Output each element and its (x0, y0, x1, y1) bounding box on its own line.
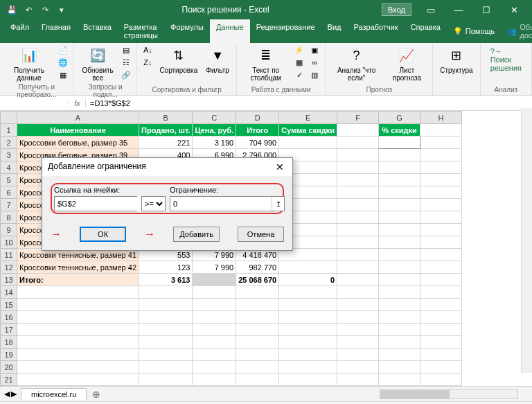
text-columns-icon: ≣ (256, 46, 276, 65)
fx-icon[interactable]: fx (69, 99, 86, 107)
col-header[interactable]: F (337, 112, 379, 124)
refresh-icon: 🔄 (88, 46, 107, 65)
col-header[interactable]: G (379, 112, 420, 124)
sort-az-icon[interactable]: A↓ (141, 44, 154, 55)
login-button[interactable]: Вход (382, 3, 411, 16)
col-header[interactable]: B (139, 112, 193, 124)
table-row: 12Кроссовки теннисные, размер 421237 990… (1, 261, 462, 274)
structure-icon: ⊞ (447, 46, 466, 65)
data-model-icon[interactable]: ▥ (308, 69, 321, 80)
select-all[interactable] (1, 112, 17, 124)
window-title: Поиск решения - Excel (69, 5, 382, 15)
from-table-icon[interactable]: ▦ (57, 69, 69, 80)
prev-sheet-icon[interactable]: ◀ (4, 389, 10, 398)
qat-more-icon[interactable]: ▾ (54, 2, 69, 17)
titlebar: 💾 ↶ ↷ ▾ Поиск решения - Excel Вход ▭ — ☐… (0, 0, 532, 19)
from-text-icon[interactable]: 📄 (57, 44, 69, 55)
col-header[interactable]: A (17, 112, 139, 124)
dialog-close-icon[interactable]: ✕ (273, 161, 287, 173)
share-icon: 👥 (507, 27, 517, 36)
close-icon[interactable]: ✕ (500, 0, 528, 19)
validation-icon[interactable]: ✓ (293, 69, 305, 80)
ribbon-tabs: Файл Главная Вставка Разметка страницы Ф… (0, 19, 532, 43)
queries-icon[interactable]: ▤ (120, 44, 132, 55)
tab-home[interactable]: Главная (35, 19, 77, 43)
filter-icon: ▼ (208, 46, 227, 65)
arrow-annotation: → (51, 228, 62, 240)
tab-layout[interactable]: Разметка страницы (118, 19, 164, 43)
structure-button[interactable]: ⊞ Структура (437, 44, 475, 76)
sheet-tabs: ◀ ▶ microexcel.ru ⊕ (0, 386, 532, 401)
col-header[interactable]: E (279, 112, 337, 124)
add-sheet-icon[interactable]: ⊕ (87, 389, 106, 400)
col-header[interactable]: H (420, 112, 462, 124)
arrow-annotation: → (144, 228, 155, 240)
tab-developer[interactable]: Разработчик (348, 19, 405, 43)
constraint-input[interactable] (170, 197, 272, 211)
table-row: 21 (1, 374, 462, 386)
edit-links-icon[interactable]: 🔗 (120, 69, 132, 80)
redo-icon[interactable]: ↷ (37, 2, 53, 17)
share-button[interactable]: 👥Общий доступ (501, 19, 532, 43)
sort-button[interactable]: ⇅ Сортировка (157, 44, 200, 76)
forecast-button[interactable]: 📈 Лист прогноза (386, 44, 429, 83)
add-button[interactable]: Добавить (173, 227, 220, 242)
text-to-columns-button[interactable]: ≣ Текст по столбцам (241, 44, 291, 83)
ribbon-options-icon[interactable]: ▭ (417, 0, 445, 19)
cancel-button[interactable]: Отмена (238, 227, 284, 242)
filter-button[interactable]: ▼ Фильтр (203, 44, 232, 76)
solver-button[interactable]: ?→ Поиск решения (485, 44, 527, 75)
tab-file[interactable]: Файл (4, 19, 35, 43)
sheet-tab[interactable]: microexcel.ru (21, 388, 87, 400)
get-data-icon: 📊 (19, 46, 39, 65)
table-row: 15 (1, 299, 462, 311)
formula-input[interactable]: =D13*$G$2 (86, 98, 532, 109)
tab-view[interactable]: Вид (321, 19, 348, 43)
get-data-button[interactable]: 📊 Получить данные (4, 44, 54, 83)
table-row: 19 (1, 349, 462, 361)
maximize-icon[interactable]: ☐ (472, 0, 500, 19)
name-box[interactable] (0, 102, 69, 105)
range-picker-icon[interactable]: ↥ (272, 197, 284, 211)
relationships-icon[interactable]: ∞ (308, 57, 321, 68)
tell-me[interactable]: 💡Помощь (447, 19, 502, 43)
consolidate-icon[interactable]: ▣ (308, 44, 321, 55)
forecast-icon: 📈 (397, 46, 416, 65)
bulb-icon: 💡 (453, 27, 463, 36)
from-web-icon[interactable]: 🌐 (57, 57, 69, 68)
minimize-icon[interactable]: — (445, 0, 472, 19)
table-row: 20 (1, 361, 462, 374)
tab-review[interactable]: Рецензирование (250, 19, 321, 43)
whatif-icon: ? (347, 46, 366, 65)
next-sheet-icon[interactable]: ▶ (11, 389, 17, 398)
table-row: 2Кроссовки беговые, размер 352213 190704… (1, 137, 462, 149)
sort-za-icon[interactable]: Z↓ (141, 57, 154, 68)
remove-dup-icon[interactable]: ▦ (293, 57, 305, 68)
tab-data[interactable]: Данные (210, 19, 250, 43)
add-constraint-dialog: Добавление ограничения ✕ Ссылка на ячейк… (42, 157, 293, 251)
table-row: 1 Наименование Продано, шт. Цена, руб. И… (1, 124, 462, 137)
whatif-button[interactable]: ? Анализ "что если" (330, 44, 382, 83)
properties-icon[interactable]: ☷ (120, 57, 132, 68)
table-row: 17 (1, 324, 462, 336)
dialog-title: Добавление ограничения (48, 161, 146, 173)
tab-formulas[interactable]: Формулы (164, 19, 210, 43)
operator-select[interactable]: >= (141, 196, 166, 211)
horizontal-scrollbar[interactable] (106, 389, 532, 399)
cell-ref-label: Ссылка на ячейки: (54, 186, 137, 194)
tab-help[interactable]: Справка (405, 19, 447, 43)
col-header[interactable]: C (193, 112, 236, 124)
table-row: 18 (1, 336, 462, 349)
ribbon: 📊 Получить данные 📄 🌐 ▦ Получить и преоб… (0, 43, 532, 96)
tab-insert[interactable]: Вставка (77, 19, 118, 43)
col-header[interactable]: D (236, 112, 279, 124)
flash-fill-icon[interactable]: ⚡ (293, 44, 305, 55)
refresh-all-button[interactable]: 🔄 Обновить все (78, 44, 117, 83)
table-row: 13Итого:3 61325 068 6700 (1, 274, 462, 286)
vertical-scrollbar[interactable] (521, 108, 532, 373)
save-icon[interactable]: 💾 (4, 2, 19, 17)
ok-button[interactable]: ОК (80, 227, 126, 242)
constraint-label: Ограничение: (170, 186, 285, 194)
table-row: 14 (1, 286, 462, 299)
undo-icon[interactable]: ↶ (21, 2, 36, 17)
